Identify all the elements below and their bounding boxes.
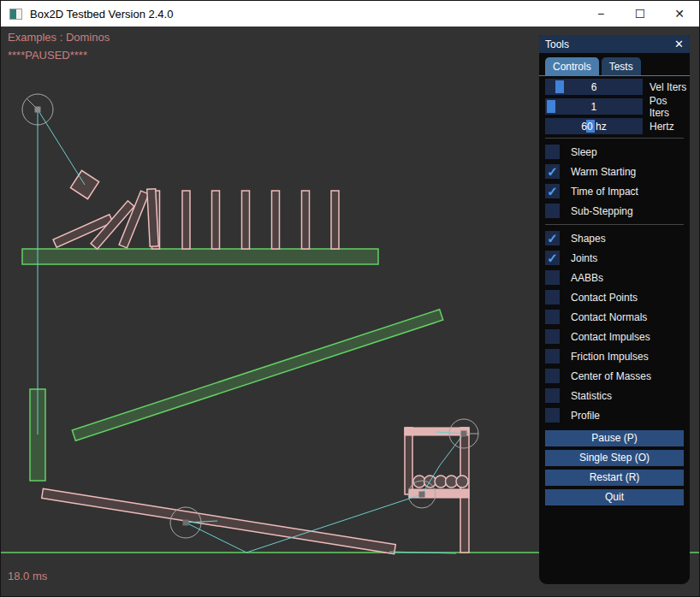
frame-top-beam[interactable]: [405, 428, 469, 435]
checkbox-label: Warm Starting: [571, 166, 636, 178]
domino[interactable]: [182, 191, 190, 249]
restart-r-button[interactable]: Restart (R): [545, 470, 684, 486]
tools-panel-title: Tools: [545, 38, 569, 50]
checkbox-box[interactable]: [545, 310, 560, 324]
window-title: Box2D Testbed Version 2.4.0: [30, 8, 173, 21]
checkbox-time-of-impact[interactable]: ✓Time of Impact: [539, 181, 690, 201]
checkbox-statistics[interactable]: Statistics: [539, 386, 690, 405]
checkbox-warm-starting[interactable]: ✓Warm Starting: [539, 162, 690, 181]
checkbox-label: Profile: [571, 410, 600, 422]
checkbox-label: Sleep: [571, 146, 597, 158]
slider-track[interactable]: 1: [545, 98, 643, 115]
checkbox-box[interactable]: ✓: [545, 251, 560, 265]
checkbox-box[interactable]: [545, 388, 560, 403]
checkbox-label: AABBs: [571, 272, 603, 284]
checkbox-box[interactable]: ✓: [545, 231, 560, 245]
maximize-button[interactable]: ☐: [620, 1, 660, 27]
seesaw-plank[interactable]: [42, 488, 396, 553]
tab-controls[interactable]: Controls: [545, 57, 599, 75]
checkbox-label: Shapes: [571, 233, 606, 245]
checkbox-contact-points[interactable]: Contact Points: [539, 287, 690, 307]
slider-label: Pos Iters: [650, 95, 690, 119]
slider-section: 6Vel Iters1Pos Iters60 hzHertz: [539, 79, 690, 134]
joint-line: [38, 109, 85, 185]
frame-time-label: 18.0 ms: [8, 570, 47, 582]
domino[interactable]: [272, 191, 280, 249]
paused-label: ****PAUSED****: [8, 49, 87, 62]
checkbox-box[interactable]: [545, 408, 560, 423]
checkbox-box[interactable]: ✓: [545, 164, 560, 179]
checkbox-shapes[interactable]: ✓Shapes: [539, 228, 690, 248]
checkbox-joints[interactable]: ✓Joints: [539, 248, 690, 268]
checkbox-sleep[interactable]: Sleep: [539, 142, 690, 162]
example-label: Examples : Dominos: [8, 31, 110, 44]
button-section: Pause (P)Single Step (O)Restart (R)Quit: [539, 430, 690, 505]
checkbox-box[interactable]: [545, 145, 560, 159]
checkbox-label: Time of Impact: [571, 186, 638, 198]
slider-value: 1: [545, 98, 643, 115]
checkbox-profile[interactable]: Profile: [539, 405, 690, 425]
checkbox-label: Sub-Stepping: [571, 205, 633, 217]
checkbox-label: Friction Impulses: [571, 351, 649, 363]
checkbox-label: Contact Points: [571, 292, 638, 304]
checkmark-icon: ✓: [547, 251, 558, 264]
body-origin-marker: [461, 431, 467, 437]
checkmark-icon: ✓: [547, 185, 558, 198]
checkbox-box[interactable]: ✓: [545, 184, 560, 198]
checkbox-label: Center of Masses: [571, 370, 651, 382]
slider-track[interactable]: 6: [545, 79, 643, 95]
slider-row-pos-iters: 1Pos Iters: [545, 98, 690, 115]
single-step-o-button[interactable]: Single Step (O): [545, 450, 684, 466]
checkbox-label: Joints: [571, 252, 597, 264]
slider-value: 6: [545, 79, 643, 95]
checkbox-box[interactable]: [545, 290, 560, 304]
slider-value: 60 hz: [545, 118, 643, 134]
checkbox-box[interactable]: [545, 270, 560, 285]
checkbox-contact-normals[interactable]: Contact Normals: [539, 307, 690, 327]
slider-label: Hertz: [650, 121, 674, 133]
quit-button[interactable]: Quit: [545, 489, 684, 505]
checkbox-label: Contact Impulses: [571, 331, 650, 343]
body-origin-marker: [419, 492, 425, 498]
checkbox-aabbs[interactable]: AABBs: [539, 268, 690, 287]
domino[interactable]: [212, 191, 220, 249]
checkbox-box[interactable]: [545, 349, 560, 364]
body-origin-marker: [183, 520, 189, 526]
tab-bar: ControlsTests: [539, 57, 690, 76]
separator: [545, 138, 684, 139]
close-button[interactable]: ✕: [660, 1, 699, 27]
checkbox-contact-impulses[interactable]: Contact Impulses: [539, 327, 690, 346]
panel-close-icon[interactable]: ✕: [674, 38, 684, 50]
domino[interactable]: [331, 191, 339, 249]
minimize-button[interactable]: −: [581, 1, 620, 27]
checkbox-label: Statistics: [571, 390, 612, 402]
slider-track[interactable]: 60 hz: [545, 118, 643, 134]
checkbox-label: Contact Normals: [571, 311, 647, 323]
app-window: Examples : Dominos ****PAUSED**** 18.0 m…: [0, 0, 700, 597]
body-origin-marker: [35, 107, 41, 113]
slider-row-hertz: 60 hzHertz: [545, 118, 690, 134]
checkbox-center-of-masses[interactable]: Center of Masses: [539, 366, 690, 386]
domino[interactable]: [302, 191, 310, 249]
checkbox-sub-stepping[interactable]: Sub-Stepping: [539, 201, 690, 221]
ball[interactable]: [456, 476, 468, 488]
checkbox-box[interactable]: [545, 329, 560, 344]
frame-shelf[interactable]: [409, 489, 469, 498]
checkbox-box[interactable]: [545, 204, 560, 218]
tools-panel-titlebar[interactable]: Tools ✕: [539, 35, 690, 53]
angled-ramp: [72, 310, 442, 441]
tools-panel: Tools ✕ ControlsTests 6Vel Iters1Pos Ite…: [539, 35, 690, 584]
window-titlebar[interactable]: Box2D Testbed Version 2.4.0 − ☐ ✕: [1, 1, 699, 27]
domino-platform: [22, 249, 378, 264]
checkbox-friction-impulses[interactable]: Friction Impulses: [539, 346, 690, 366]
slider-label: Vel Iters: [650, 81, 686, 93]
checkbox-box[interactable]: [545, 369, 560, 383]
checkbox-section: Sleep✓Warm Starting✓Time of ImpactSub-St…: [539, 142, 690, 425]
pause-p-button[interactable]: Pause (P): [545, 430, 684, 446]
tab-tests[interactable]: Tests: [602, 57, 641, 75]
domino[interactable]: [242, 191, 250, 249]
frame-left-post[interactable]: [405, 428, 412, 494]
checkmark-icon: ✓: [547, 232, 558, 245]
app-icon: [9, 9, 22, 20]
slider-row-vel-iters: 6Vel Iters: [545, 79, 690, 95]
